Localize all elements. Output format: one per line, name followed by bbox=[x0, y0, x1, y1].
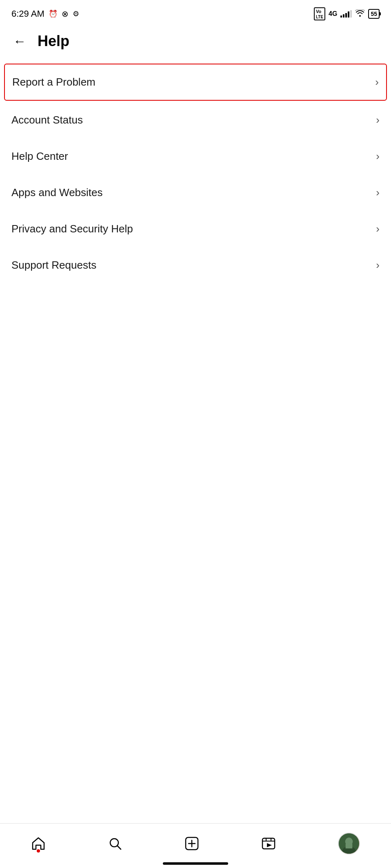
home-icon bbox=[31, 836, 46, 851]
create-icon bbox=[184, 836, 199, 851]
svg-line-1 bbox=[118, 846, 121, 849]
chevron-right-icon: › bbox=[376, 150, 380, 163]
search-icon bbox=[108, 836, 122, 851]
report-problem-label: Report a Problem bbox=[12, 76, 96, 88]
chevron-right-icon: › bbox=[376, 186, 380, 199]
nfc-icon: ⊗ bbox=[62, 9, 69, 19]
svg-point-0 bbox=[110, 839, 118, 847]
volte-badge: VoLTE bbox=[314, 7, 325, 20]
menu-item-apps-websites[interactable]: Apps and Websites › bbox=[0, 175, 391, 210]
account-status-label: Account Status bbox=[11, 114, 83, 126]
page-header: ← Help bbox=[0, 24, 391, 58]
battery-level: 55 bbox=[371, 11, 377, 17]
menu-item-help-center[interactable]: Help Center › bbox=[0, 139, 391, 174]
chevron-right-icon: › bbox=[376, 114, 380, 126]
chevron-right-icon: › bbox=[376, 223, 380, 235]
home-indicator bbox=[163, 862, 228, 865]
settings-icon: ⚙ bbox=[73, 9, 79, 18]
4g-badge: 4G bbox=[329, 10, 337, 18]
svg-rect-13 bbox=[346, 844, 353, 848]
menu-item-account-status[interactable]: Account Status › bbox=[0, 102, 391, 138]
reels-icon bbox=[261, 836, 276, 851]
signal-bars bbox=[340, 10, 352, 18]
chevron-right-icon: › bbox=[375, 76, 379, 88]
apps-websites-label: Apps and Websites bbox=[11, 186, 103, 199]
svg-rect-5 bbox=[262, 838, 275, 849]
back-arrow-icon: ← bbox=[13, 35, 26, 48]
battery-indicator: 55 bbox=[368, 9, 380, 19]
nav-item-reels[interactable] bbox=[253, 833, 284, 854]
nav-item-home[interactable] bbox=[23, 833, 54, 854]
help-center-label: Help Center bbox=[11, 150, 68, 163]
help-menu-list: Report a Problem › Account Status › Help… bbox=[0, 58, 391, 288]
nav-item-create[interactable] bbox=[176, 833, 207, 854]
status-left: 6:29 AM ⏰ ⊗ ⚙ bbox=[11, 9, 79, 19]
bottom-navigation bbox=[0, 823, 391, 868]
menu-item-support-requests[interactable]: Support Requests › bbox=[0, 247, 391, 283]
nav-item-search[interactable] bbox=[100, 833, 131, 854]
chevron-right-icon: › bbox=[376, 259, 380, 272]
support-requests-label: Support Requests bbox=[11, 259, 96, 272]
page-title: Help bbox=[38, 33, 69, 50]
clock-icon: ⏰ bbox=[49, 9, 58, 18]
menu-item-privacy-security[interactable]: Privacy and Security Help › bbox=[0, 211, 391, 247]
status-bar: 6:29 AM ⏰ ⊗ ⚙ VoLTE 4G bbox=[0, 0, 391, 24]
svg-marker-9 bbox=[267, 843, 272, 847]
privacy-security-label: Privacy and Security Help bbox=[11, 223, 133, 235]
profile-avatar bbox=[338, 833, 360, 855]
wifi-icon bbox=[355, 9, 365, 19]
time-display: 6:29 AM bbox=[11, 9, 44, 19]
back-button[interactable]: ← bbox=[11, 33, 28, 49]
menu-content: Report a Problem › Account Status › Help… bbox=[0, 58, 391, 333]
home-notification-dot bbox=[37, 849, 40, 853]
status-right: VoLTE 4G 55 bbox=[314, 7, 380, 20]
nav-item-profile[interactable] bbox=[330, 829, 368, 858]
menu-item-report-problem[interactable]: Report a Problem › bbox=[4, 64, 387, 101]
